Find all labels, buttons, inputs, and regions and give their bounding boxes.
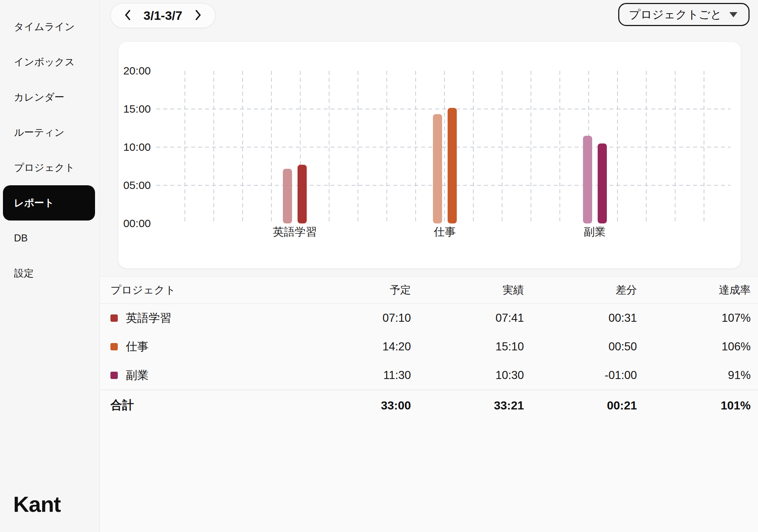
main-area: 3/1-3/7 プロジェクトごと 00:0005:0010:0015:0020:… (100, 0, 758, 532)
cell-actual: 10:30 (411, 369, 524, 382)
total-diff: 00:21 (524, 399, 637, 412)
sidebar: タイムラインインボックスカレンダールーティンプロジェクトレポートDB設定 Kan… (0, 0, 100, 532)
y-axis-tick-05:00: 05:00 (119, 179, 151, 192)
chevron-right-icon (194, 9, 202, 22)
table-row-3: 副業11:3010:30-01:0091% (100, 361, 758, 390)
chart-gridlines (119, 42, 741, 269)
column-header-3: 実績 (411, 283, 524, 298)
x-axis-label-2: 仕事 (434, 225, 456, 240)
cell-diff: 00:31 (524, 311, 637, 325)
sidebar-item-label: ルーティン (14, 126, 65, 139)
table-row-2: 仕事14:2015:1000:50106% (100, 332, 758, 361)
cell-planned: 07:10 (298, 311, 411, 325)
sidebar-item-7[interactable]: DB (0, 221, 99, 256)
cell-project: 仕事 (110, 339, 298, 354)
report-table: プロジェクト予定実績差分達成率 英語学習07:1007:4100:31107%仕… (100, 276, 758, 532)
cell-planned: 11:30 (298, 369, 411, 382)
table-body: 英語学習07:1007:4100:31107%仕事14:2015:1000:50… (100, 304, 758, 390)
group-by-select[interactable]: プロジェクトごと (618, 3, 750, 26)
cell-planned: 14:20 (298, 340, 411, 353)
project-name: 仕事 (126, 339, 149, 354)
y-axis-tick-00:00: 00:00 (119, 217, 151, 230)
date-range-label: 3/1-3/7 (143, 8, 182, 23)
column-header-5: 達成率 (637, 283, 751, 298)
y-axis-tick-20:00: 20:00 (119, 65, 151, 77)
project-color-swatch (110, 372, 118, 379)
bar-actual-1 (298, 165, 307, 223)
sidebar-item-label: タイムライン (14, 20, 75, 33)
chevron-left-icon (124, 9, 132, 22)
app-root: タイムラインインボックスカレンダールーティンプロジェクトレポートDB設定 Kan… (0, 0, 758, 532)
sidebar-item-label: DB (14, 233, 28, 244)
column-header-1: プロジェクト (110, 283, 298, 298)
cell-diff: 00:50 (524, 340, 637, 353)
sidebar-item-label: 設定 (14, 267, 34, 280)
project-name: 副業 (126, 368, 149, 383)
project-color-swatch (110, 314, 118, 322)
total-label: 合計 (110, 397, 298, 413)
cell-project: 英語学習 (110, 310, 298, 326)
total-rate: 101% (637, 399, 751, 412)
table-row-1: 英語学習07:1007:4100:31107% (100, 304, 758, 332)
bar-actual-2 (448, 108, 457, 223)
sidebar-item-label: カレンダー (14, 91, 65, 104)
cell-project: 副業 (110, 368, 298, 383)
sidebar-item-8[interactable]: 設定 (0, 256, 99, 291)
sidebar-item-3[interactable]: カレンダー (0, 80, 99, 115)
bar-actual-3 (598, 143, 607, 223)
cell-rate: 107% (637, 311, 751, 325)
table-total-row: 合計33:0033:2100:21101% (100, 390, 758, 421)
cell-actual: 07:41 (411, 311, 524, 325)
sidebar-item-4[interactable]: ルーティン (0, 115, 99, 150)
bar-planned-1 (283, 169, 292, 223)
cell-actual: 15:10 (411, 340, 524, 353)
cell-rate: 106% (637, 340, 751, 353)
project-name: 英語学習 (126, 310, 171, 326)
cell-rate: 91% (637, 369, 751, 382)
cell-diff: -01:00 (524, 369, 637, 382)
x-axis-label-3: 副業 (584, 225, 606, 240)
bar-planned-2 (433, 114, 442, 223)
next-week-button[interactable] (192, 8, 205, 23)
total-actual: 33:21 (411, 399, 524, 412)
triangle-down-icon (729, 12, 737, 17)
sidebar-item-label: レポート (14, 196, 54, 209)
sidebar-item-label: インボックス (14, 55, 75, 69)
sidebar-nav: タイムラインインボックスカレンダールーティンプロジェクトレポートDB設定 (0, 0, 99, 291)
group-by-selected-value: プロジェクトごと (629, 7, 722, 22)
report-chart-card: 00:0005:0010:0015:0020:00 英語学習仕事副業 (118, 41, 741, 269)
table-header-row: プロジェクト予定実績差分達成率 (100, 277, 758, 304)
column-header-2: 予定 (298, 283, 411, 298)
bar-planned-3 (583, 136, 592, 223)
y-axis-tick-10:00: 10:00 (119, 141, 151, 153)
project-color-swatch (110, 343, 118, 350)
sidebar-item-5[interactable]: プロジェクト (0, 150, 99, 185)
app-logo: Kant (13, 492, 61, 517)
column-header-4: 差分 (524, 283, 637, 298)
date-range-navigator: 3/1-3/7 (110, 3, 216, 28)
sidebar-item-label: プロジェクト (14, 161, 75, 174)
x-axis-label-1: 英語学習 (273, 225, 317, 240)
sidebar-item-1[interactable]: タイムライン (0, 9, 99, 44)
sidebar-item-6[interactable]: レポート (3, 185, 95, 221)
total-planned: 33:00 (298, 399, 411, 412)
sidebar-item-2[interactable]: インボックス (0, 44, 99, 80)
prev-week-button[interactable] (121, 8, 134, 23)
y-axis-tick-15:00: 15:00 (119, 103, 151, 115)
